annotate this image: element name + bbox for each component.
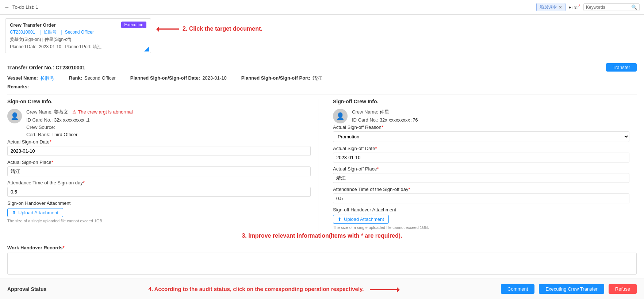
sign-off-reason-group: Actual Sign-off Reason* Promotion: [333, 124, 629, 142]
planned-date-label: Planned Sigh-on/Sign-off Date:: [130, 75, 200, 82]
sign-off-id-label: ID Card No.:: [352, 117, 378, 123]
separator2: ｜: [59, 30, 64, 35]
sign-on-upload-button[interactable]: ⬆ Upload Attachment: [7, 208, 63, 217]
transfer-button[interactable]: Transfer: [606, 63, 637, 72]
todo-card-title: Crew Transfer Order: [10, 22, 56, 28]
sign-on-panel: Sign-on Crew Info. 👤 Crew Name: 姜慕文 ⚠ Th…: [7, 99, 318, 230]
todo-card-meta1: 姜慕文(Sign-on) | 仲星(Sign-off): [10, 37, 146, 43]
separator1: ｜: [38, 30, 42, 35]
rank-value: Second Officer: [84, 75, 116, 82]
sign-on-upload-label: Upload Attachment: [18, 210, 58, 215]
sign-off-attachment-label: Sign-off Handover Attachment: [333, 207, 629, 212]
tag-chip[interactable]: 船员调令 ✕: [536, 3, 566, 11]
sign-on-place-label: Actual Sign-on Place*: [7, 160, 311, 165]
sign-off-crew-row: 👤 Crew Name: 仲星 ID Card No.: 32x xxxxxxx…: [333, 109, 629, 124]
sign-off-place-input[interactable]: [333, 173, 629, 183]
search-icon: 🔍: [631, 4, 637, 10]
vessel-info: Vessel Name: 长胜号: [7, 75, 54, 82]
sign-on-id-field: ID Card No.: 32x xxxxxxxxx .1: [26, 117, 311, 123]
sign-off-place-label: Actual Sign-off Place*: [333, 166, 629, 172]
divider: [7, 95, 637, 95]
avatar-icon: 👤: [11, 112, 19, 120]
sign-off-reason-select[interactable]: Promotion: [333, 131, 629, 142]
sign-on-title: Sign-on Crew Info.: [7, 99, 311, 104]
work-handover-label: Work Handover Records*: [7, 245, 637, 250]
planned-date-value: 2023-01-10: [202, 75, 227, 82]
vessel-link[interactable]: 长胜号: [43, 30, 57, 35]
remarks-row: Remarks:: [7, 84, 637, 89]
upload-icon: ⬆: [12, 210, 16, 215]
sign-on-cert-value: Third Officer: [51, 132, 77, 137]
todo-panel: Crew Transfer Order Executing CT23010001…: [0, 15, 644, 57]
sign-off-upload-button[interactable]: ⬆ Upload Attachment: [333, 215, 389, 224]
sign-on-place-input[interactable]: [7, 166, 311, 176]
filter-label: Filter*: [568, 4, 580, 10]
page-title: To-do List: 1: [12, 4, 38, 10]
close-icon[interactable]: ✕: [559, 5, 562, 10]
sign-on-date-input[interactable]: [7, 146, 311, 156]
sign-on-name-value: 姜慕文: [54, 109, 68, 115]
sign-off-place-group: Actual Sign-off Place*: [333, 166, 629, 183]
sign-off-name-field: Crew Name: 仲星: [352, 109, 629, 115]
planned-date-info: Planned Sigh-on/Sign-off Date: 2023-01-1…: [130, 75, 227, 82]
search-box[interactable]: 🔍: [583, 3, 640, 11]
crew-info-section: Sign-on Crew Info. 👤 Crew Name: 姜慕文 ⚠ Th…: [7, 99, 637, 230]
work-handover-textarea[interactable]: [7, 253, 637, 275]
vessel-label: Vessel Name:: [7, 75, 38, 82]
planned-port-value: 靖江: [313, 75, 322, 82]
upload-icon-2: ⬆: [338, 216, 342, 222]
remarks-label: Remarks:: [7, 84, 29, 89]
sign-on-id-label: ID Card No.:: [26, 117, 53, 123]
tag-label: 船员调令: [540, 4, 557, 10]
sign-off-attendance-input[interactable]: [333, 193, 629, 203]
sign-on-date-label: Actual Sign-on Date*: [7, 139, 311, 145]
sign-on-source-label: Crew Source:: [26, 124, 55, 130]
sign-off-date-group: Actual Sign-off Date*: [333, 146, 629, 162]
sign-on-attachment-label: Sign-on Handover Attachment: [7, 200, 311, 206]
sign-on-details: Crew Name: 姜慕文 ⚠ The crew argt is abnorm…: [26, 109, 311, 139]
sign-off-date-input[interactable]: [333, 153, 629, 162]
sign-off-reason-label: Actual Sign-off Reason*: [333, 124, 629, 130]
sign-off-date-label: Actual Sign-off Date*: [333, 146, 629, 151]
sign-off-avatar: 👤: [333, 109, 348, 123]
crew-abnormal-link[interactable]: ⚠ The crew argt is abnormal: [72, 109, 133, 115]
top-bar-left: ← To-do List: 1: [4, 4, 38, 10]
order-link[interactable]: CT23010001: [10, 30, 35, 35]
approval-bar: Approval Status 4. According to the audi…: [0, 279, 644, 281]
todo-card-links: CT23010001 ｜ 长胜号 ｜ Second Officer: [10, 29, 146, 35]
work-handover-section: Work Handover Records*: [7, 245, 637, 276]
sign-off-upload-section: Sign-off Handover Attachment ⬆ Upload At…: [333, 207, 629, 230]
sign-off-details: Crew Name: 仲星 ID Card No.: 32x xxxxxxxxx…: [352, 109, 629, 124]
planned-port-label: Planned Sigh-on/Sign-off Port:: [241, 75, 310, 82]
sign-on-avatar: 👤: [7, 109, 22, 123]
executing-badge: Executing: [121, 22, 146, 28]
info-row-1: Vessel Name: 长胜号 Rank: Second Officer Pl…: [7, 75, 637, 82]
sign-on-date-group: Actual Sign-on Date*: [7, 139, 311, 156]
top-bar-right: 船员调令 ✕ Filter* 🔍: [536, 3, 640, 11]
search-input[interactable]: [586, 5, 630, 10]
sign-on-crew-row: 👤 Crew Name: 姜慕文 ⚠ The crew argt is abno…: [7, 109, 311, 139]
annotation-3: 3. Improve relevant information(Items wi…: [7, 233, 637, 239]
sign-on-source-field: Crew Source:: [26, 124, 311, 130]
corner-mark: [144, 46, 149, 51]
top-bar: ← To-do List: 1 船员调令 ✕ Filter* 🔍: [0, 0, 644, 15]
rank-info: Rank: Second Officer: [69, 75, 116, 82]
rank-link[interactable]: Second Officer: [65, 30, 94, 35]
sign-off-name-value: 仲星: [380, 109, 389, 115]
todo-card[interactable]: Crew Transfer Order Executing CT23010001…: [5, 18, 151, 53]
sign-on-upload-hint: The size of a single uploaded file canno…: [7, 219, 311, 223]
sign-on-upload-section: Sign-on Handover Attachment ⬆ Upload Att…: [7, 200, 311, 223]
sign-off-id-value: 32x xxxxxxxxx :76: [380, 117, 418, 123]
todo-card-meta2: Planned Date: 2023-01-10 | Planned Port:…: [10, 44, 146, 50]
sign-off-upload-hint: The size of a single uploaded file canno…: [333, 225, 629, 230]
sign-on-attendance-input[interactable]: [7, 187, 311, 197]
transfer-no: Transfer Order No.: CT23010001: [7, 65, 85, 70]
back-icon[interactable]: ←: [4, 4, 9, 10]
vessel-value: 长胜号: [40, 75, 54, 82]
sign-on-attendance-label: Attendance Time of the Sign-on day*: [7, 180, 311, 185]
sign-on-id-value: 32x xxxxxxxxx .1: [54, 117, 90, 123]
sign-on-name-field: Crew Name: 姜慕文 ⚠ The crew argt is abnorm…: [26, 109, 311, 115]
sign-off-name-label: Crew Name:: [352, 109, 378, 115]
sign-off-id-field: ID Card No.: 32x xxxxxxxxx :76: [352, 117, 629, 123]
sign-off-panel: Sign-off Crew Info. 👤 Crew Name: 仲星 ID C…: [326, 99, 637, 230]
